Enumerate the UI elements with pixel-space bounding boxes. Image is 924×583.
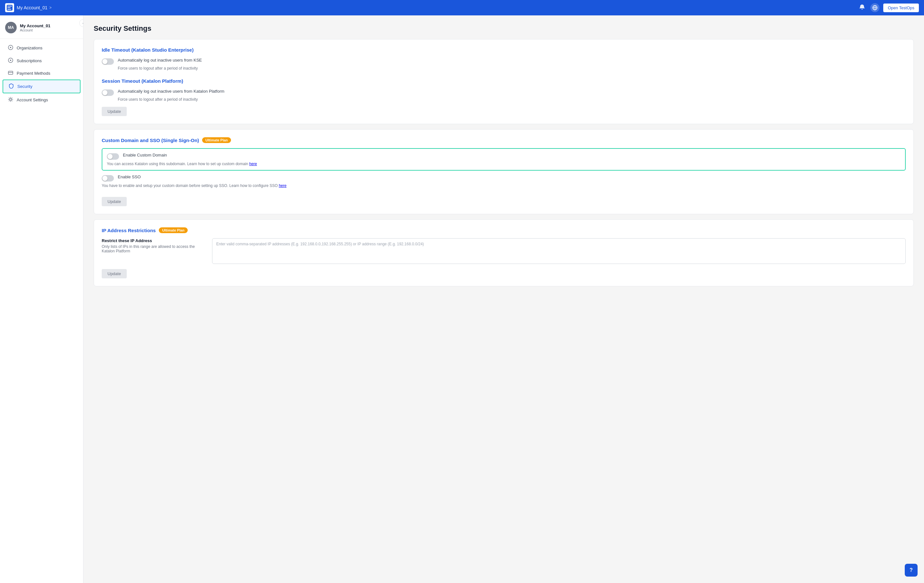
- language-icon[interactable]: [870, 3, 879, 12]
- session-timeout-toggle[interactable]: [102, 89, 114, 96]
- session-timeout-title: Session Timeout (Katalon Platform): [102, 78, 906, 84]
- avatar: MA: [5, 22, 16, 33]
- topnav-left: My Account_01 >: [5, 3, 52, 12]
- account-name: My Account_01: [20, 23, 50, 28]
- enable-custom-domain-toggle-row: Enable Custom Domain: [107, 153, 901, 160]
- ip-update-button[interactable]: Update: [102, 269, 127, 278]
- enable-custom-domain-toggle[interactable]: [107, 153, 119, 160]
- sidebar-item-organizations[interactable]: Organizations: [3, 42, 81, 54]
- sidebar-account-section: MA My Account_01 Account: [0, 15, 83, 39]
- topnav-account-label[interactable]: My Account_01 >: [16, 5, 52, 10]
- payment-methods-label: Payment Methods: [16, 71, 50, 76]
- subscriptions-label: Subscriptions: [16, 58, 42, 63]
- enable-sso-section: Enable SSO You have to enable and setup …: [102, 175, 906, 188]
- idle-timeout-toggle-row: Automatically log out inactive users fro…: [102, 58, 906, 65]
- sidebar-item-account-settings[interactable]: Account Settings: [3, 94, 81, 106]
- topnav-chevron-icon: >: [50, 5, 52, 10]
- organizations-label: Organizations: [16, 46, 42, 50]
- idle-timeout-title: Idle Timeout (Katalon Studio Enterprise): [102, 47, 906, 53]
- main-layout: ‹ MA My Account_01 Account Organizations…: [0, 15, 924, 583]
- svg-rect-8: [8, 71, 13, 74]
- session-timeout-toggle-label: Automatically log out inactive users fro…: [118, 89, 224, 94]
- enable-sso-label: Enable SSO: [118, 175, 141, 179]
- ip-address-input[interactable]: [212, 238, 906, 264]
- topnav-right: Open TestOps: [858, 3, 919, 13]
- app-logo: [5, 3, 14, 12]
- enable-custom-domain-description: You can access Katalon using this subdom…: [107, 161, 248, 166]
- sidebar-item-payment-methods[interactable]: Payment Methods: [3, 68, 81, 79]
- ip-label: Restrict these IP Address Only lists of …: [102, 238, 205, 254]
- organizations-icon: [8, 45, 13, 51]
- sidebar-item-subscriptions[interactable]: Subscriptions: [3, 54, 81, 67]
- custom-domain-update-button[interactable]: Update: [102, 197, 127, 206]
- ip-plan-badge: Ultimate Plan: [159, 227, 188, 233]
- ip-restrict-title: Restrict these IP Address: [102, 238, 205, 243]
- custom-domain-plan-badge: Ultimate Plan: [202, 137, 231, 143]
- open-testops-button[interactable]: Open TestOps: [883, 3, 919, 12]
- page-title: Security Settings: [94, 25, 914, 33]
- enable-custom-domain-box: Enable Custom Domain You can access Kata…: [102, 148, 906, 171]
- session-timeout-description: Force users to logout after a period of …: [118, 97, 906, 102]
- ip-restrictions-card: IP Address Restrictions Ultimate Plan Re…: [94, 219, 914, 287]
- session-timeout-toggle-row: Automatically log out inactive users fro…: [102, 89, 906, 96]
- ip-section: Restrict these IP Address Only lists of …: [102, 238, 906, 264]
- svg-point-7: [10, 60, 11, 61]
- svg-point-10: [10, 99, 12, 100]
- enable-sso-toggle[interactable]: [102, 175, 114, 181]
- sidebar-nav: Organizations Subscriptions Payment Meth…: [0, 39, 83, 109]
- enable-custom-domain-label: Enable Custom Domain: [123, 153, 167, 158]
- notifications-icon[interactable]: [858, 3, 866, 13]
- account-info: My Account_01 Account: [20, 23, 50, 32]
- payment-icon: [8, 71, 13, 76]
- ip-restrictions-title: IP Address Restrictions Ultimate Plan: [102, 227, 906, 233]
- settings-icon: [8, 97, 13, 103]
- svg-point-5: [10, 47, 11, 48]
- main-content: Security Settings Idle Timeout (Katalon …: [83, 15, 924, 583]
- enable-sso-description: You have to enable and setup your custom…: [102, 183, 278, 188]
- custom-domain-link[interactable]: here: [249, 161, 257, 166]
- account-type: Account: [20, 28, 50, 32]
- idle-timeout-toggle-label: Automatically log out inactive users fro…: [118, 58, 202, 63]
- idle-timeout-card: Idle Timeout (Katalon Studio Enterprise)…: [94, 39, 914, 124]
- custom-domain-title: Custom Domain and SSO (Single Sign-On) U…: [102, 137, 906, 143]
- idle-timeout-toggle[interactable]: [102, 58, 114, 65]
- top-navigation: My Account_01 > Open TestOps: [0, 0, 924, 15]
- subscriptions-icon: [8, 58, 13, 64]
- idle-timeout-description: Force users to logout after a period of …: [118, 66, 906, 71]
- sidebar: ‹ MA My Account_01 Account Organizations…: [0, 15, 83, 583]
- timeout-update-button[interactable]: Update: [102, 107, 127, 116]
- ip-restrict-description: Only lists of IPs in this range are allo…: [102, 244, 205, 254]
- custom-domain-card: Custom Domain and SSO (Single Sign-On) U…: [94, 129, 914, 214]
- enable-sso-toggle-row: Enable SSO: [102, 175, 906, 181]
- sidebar-item-security[interactable]: Security: [3, 79, 81, 93]
- help-button[interactable]: ?: [905, 564, 917, 576]
- security-icon: [8, 83, 14, 89]
- sso-link[interactable]: here: [279, 183, 287, 188]
- security-label: Security: [17, 84, 32, 89]
- account-settings-label: Account Settings: [16, 97, 48, 102]
